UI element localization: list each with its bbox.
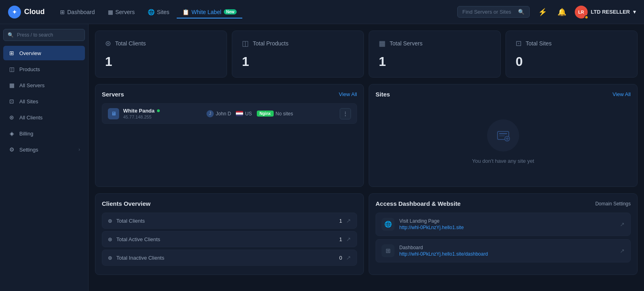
clients-stat-label: Total Clients (115, 40, 146, 47)
chevron-right-icon: › (78, 147, 80, 152)
table-row: ⊛ Total Active Clients 1 ↗ (102, 231, 357, 247)
inactive-clients-value: 0 (339, 255, 342, 261)
access-panel: Access Dashboard & Website Domain Settin… (369, 193, 638, 275)
notification-icon[interactable]: 🔔 (555, 6, 568, 18)
products-stat-value: 1 (242, 54, 354, 69)
external-link-icon[interactable]: ↗ (346, 217, 351, 224)
allsites-icon: ⊡ (8, 98, 15, 105)
table-row: ⊛ Total Clients 1 ↗ (102, 213, 357, 229)
server-region: US (236, 111, 252, 117)
stat-cards: ⊛ Total Clients 1 ◫ Total Products 1 ▦ T… (95, 31, 638, 78)
search-icon: 🔍 (518, 9, 524, 15)
nav-item-servers[interactable]: ▦ Servers (102, 6, 140, 18)
server-meta: J John D US Nginx No sites (206, 110, 293, 117)
servers-panel-title: Servers (102, 91, 124, 98)
servers-view-all[interactable]: View All (339, 91, 357, 97)
servers-panel: Servers View All 🖥 White Panda 45.77.148… (95, 84, 364, 187)
server-engine: Nginx No sites (257, 111, 293, 117)
sidebar-item-allclients[interactable]: ⊛ All Clients (3, 110, 85, 125)
sites-view-all[interactable]: View All (613, 91, 631, 97)
server-name: White Panda (123, 108, 160, 114)
nav-item-sites[interactable]: 🌐 Sites (142, 6, 175, 18)
sites-stat-label: Total Sites (526, 40, 552, 47)
clients-table: ⊛ Total Clients 1 ↗ ⊛ Total Active Clien… (102, 213, 357, 266)
total-clients-value: 1 (339, 218, 342, 224)
sidebar-item-billing[interactable]: ◈ Billing (3, 126, 85, 141)
domain-settings-link[interactable]: Domain Settings (595, 201, 631, 207)
nav-item-whitelabel[interactable]: 📋 White Label New (177, 6, 243, 18)
overview-icon: ⊞ (8, 49, 15, 57)
search-label: Find Servers or Sites (462, 9, 511, 15)
panels-row: Servers View All 🖥 White Panda 45.77.148… (95, 84, 638, 187)
inactive-clients-icon: ⊛ (108, 255, 112, 261)
inactive-clients-label: Total Inactive Clients (116, 255, 164, 261)
main-layout: 🔍 Press / to search ⊞ Overview ◫ Product… (0, 24, 644, 291)
products-icon: ◫ (8, 66, 15, 73)
external-link-icon[interactable]: ↗ (346, 254, 351, 261)
dashboard-access-url[interactable]: http://whl-0PkLnzYj.hello1.site/dashboar… (399, 251, 488, 257)
flag-icon (236, 111, 243, 116)
sidebar-item-label: Products (19, 66, 40, 72)
nav-right: Find Servers or Sites 🔍 ⚡ 🔔 LR LTD RESEL… (457, 6, 636, 18)
sidebar: 🔍 Press / to search ⊞ Overview ◫ Product… (0, 24, 89, 291)
access-row-dashboard: ⊞ Dashboard http://whl-0PkLnzYj.hello1.s… (376, 239, 631, 262)
servers-icon: ▦ (108, 9, 113, 15)
new-badge: New (224, 9, 237, 14)
user-icon: J (206, 110, 214, 117)
sidebar-item-allservers[interactable]: ▦ All Servers (3, 78, 85, 92)
dashboard-icon: ⊞ (60, 9, 65, 15)
sidebar-item-label: All Servers (19, 82, 45, 88)
sidebar-item-label: Billing (19, 131, 33, 137)
active-clients-label: Total Active Clients (116, 236, 160, 242)
sidebar-item-settings[interactable]: ⚙ Settings › (3, 142, 85, 157)
global-search[interactable]: Find Servers or Sites 🔍 (457, 6, 530, 18)
server-ip: 45.77.148.255 (123, 115, 160, 119)
user-label: LTD RESELLER (591, 9, 630, 15)
sidebar-item-allsites[interactable]: ⊡ All Sites (3, 94, 85, 109)
sites-panel: Sites View All You don't have any site (369, 84, 638, 187)
empty-icon (487, 119, 519, 152)
external-link-icon[interactable]: ↗ (346, 236, 351, 242)
clients-overview-panel: Clients Overview ⊛ Total Clients 1 ↗ (95, 193, 364, 275)
topnav: ✦ Cloud ⊞ Dashboard ▦ Servers 🌐 Sites 📋 … (0, 0, 644, 24)
allservers-icon: ▦ (8, 82, 15, 89)
sidebar-search-icon: 🔍 (8, 32, 14, 38)
sidebar-item-label: All Clients (19, 115, 43, 121)
external-link-icon[interactable]: ↗ (620, 248, 625, 254)
sidebar-item-products[interactable]: ◫ Products (3, 62, 85, 76)
billing-icon: ◈ (8, 130, 15, 137)
sites-panel-title: Sites (376, 91, 390, 98)
nav-item-dashboard[interactable]: ⊞ Dashboard (54, 6, 101, 18)
user-menu[interactable]: LR LTD RESELLER ▾ (575, 6, 636, 18)
chevron-down-icon: ▾ (633, 9, 636, 15)
products-stat-label: Total Products (253, 40, 289, 47)
sidebar-search[interactable]: 🔍 Press / to search (3, 29, 85, 41)
table-row: ⊛ Total Inactive Clients 0 ↗ (102, 250, 357, 266)
clients-overview-title: Clients Overview (102, 200, 151, 207)
active-clients-icon: ⊛ (108, 236, 112, 242)
landing-label: Visit Landing Page (399, 218, 464, 224)
svg-rect-1 (499, 133, 507, 134)
avatar: LR (575, 6, 588, 18)
server-row: 🖥 White Panda 45.77.148.255 J Joh (102, 103, 357, 124)
stat-card-servers: ▦ Total Servers 1 (369, 31, 501, 78)
nginx-badge: Nginx (257, 111, 274, 117)
dashboard-access-label: Dashboard (399, 245, 488, 250)
server-menu-button[interactable]: ⋮ (340, 108, 351, 119)
total-clients-icon: ⊛ (108, 218, 112, 224)
activity-icon[interactable]: ⚡ (536, 6, 549, 18)
server-user: J John D (206, 110, 231, 117)
landing-url[interactable]: http://whl-0PkLnzYj.hello1.site (399, 225, 464, 230)
logo-icon: ✦ (8, 6, 21, 18)
sites-icon: 🌐 (148, 9, 155, 15)
online-status-dot (157, 109, 160, 112)
brand-logo[interactable]: ✦ Cloud (8, 6, 45, 18)
external-link-icon[interactable]: ↗ (620, 221, 625, 227)
sidebar-item-overview[interactable]: ⊞ Overview (3, 46, 85, 60)
settings-icon: ⚙ (8, 146, 15, 153)
nav-items: ⊞ Dashboard ▦ Servers 🌐 Sites 📋 White La… (54, 6, 448, 18)
sidebar-item-label: Overview (19, 50, 41, 56)
empty-text: You don't have any site yet (472, 158, 535, 164)
access-panel-title: Access Dashboard & Website (376, 200, 460, 207)
stat-card-clients: ⊛ Total Clients 1 (95, 31, 227, 78)
